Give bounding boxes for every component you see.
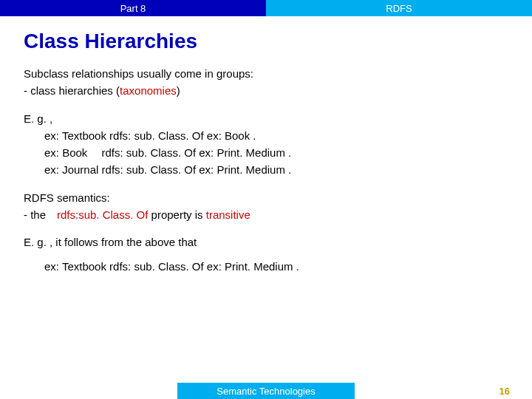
- subclassof-term: rdfs:sub. Class. Of: [57, 208, 148, 221]
- sem-2a: - the: [24, 208, 57, 221]
- footer-title: Semantic Technologies: [177, 383, 355, 399]
- semantics-block: RDFS semantics: - the rdfs:sub. Class. O…: [24, 189, 508, 224]
- intro-2a: - class hierarchies (: [24, 84, 120, 97]
- eg1-line3: ex: Journal rdfs: sub. Class. Of ex: Pri…: [24, 161, 508, 178]
- semantics-line-1: RDFS semantics:: [24, 189, 508, 206]
- semantics-line-2: - the rdfs:sub. Class. Of property is tr…: [24, 206, 508, 223]
- eg2-line1: ex: Textbook rdfs: sub. Class. Of ex: Pr…: [24, 258, 508, 275]
- slide-content: Subclass relationships usually come in g…: [0, 65, 532, 276]
- eg-lead-1: E. g. ,: [24, 110, 508, 127]
- footer: Semantic Technologies 16: [0, 383, 532, 399]
- eg1-line1: ex: Textbook rdfs: sub. Class. Of ex: Bo…: [24, 127, 508, 144]
- taxonomies-term: taxonomies: [120, 84, 177, 97]
- intro-2c: ): [177, 84, 180, 97]
- transitive-term: transitive: [206, 208, 250, 221]
- sem-2c: property is: [148, 208, 205, 221]
- eg1-line2: ex: Book rdfs: sub. Class. Of ex: Print.…: [24, 144, 508, 161]
- intro-line-1: Subclass relationships usually come in g…: [24, 65, 508, 82]
- intro-block: Subclass relationships usually come in g…: [24, 65, 508, 100]
- header-bar: Part 8 RDFS: [0, 0, 532, 16]
- header-topic: RDFS: [266, 0, 532, 16]
- example-block-2: E. g. , it follows from the above that e…: [24, 233, 508, 276]
- eg-lead-2: E. g. , it follows from the above that: [24, 233, 508, 250]
- page-title: Class Hierarchies: [0, 16, 532, 65]
- intro-line-2: - class hierarchies (taxonomies): [24, 82, 508, 99]
- page-number: 16: [499, 386, 510, 397]
- header-part: Part 8: [0, 0, 266, 16]
- example-block-1: E. g. , ex: Textbook rdfs: sub. Class. O…: [24, 110, 508, 179]
